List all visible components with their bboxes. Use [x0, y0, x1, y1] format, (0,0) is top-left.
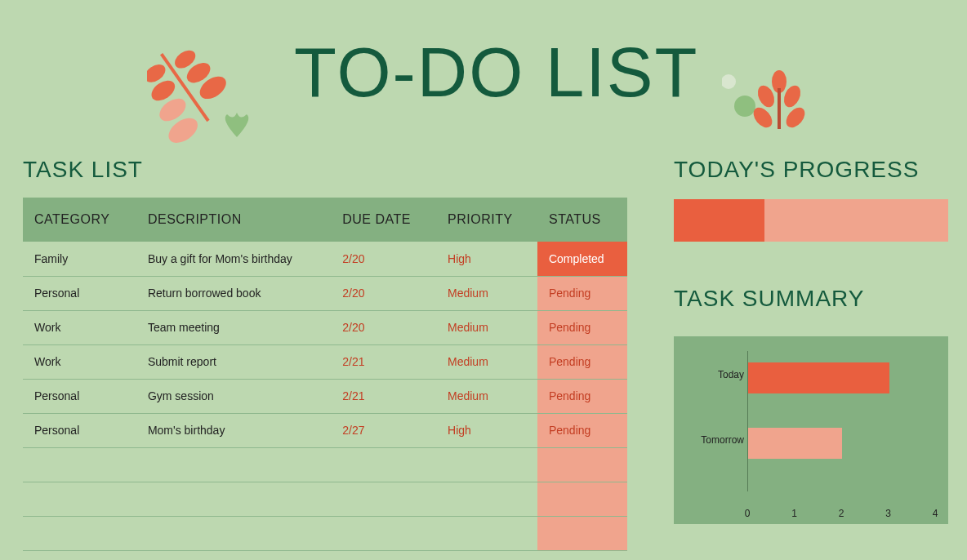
cell-status[interactable]: Completed	[537, 242, 627, 276]
cell-due-date[interactable]: 2/21	[331, 379, 436, 413]
cell-status[interactable]: Pending	[537, 310, 627, 344]
cell-priority[interactable]: High	[436, 242, 537, 276]
cell-description[interactable]: Buy a gift for Mom's birthday	[136, 242, 331, 276]
chart-bar	[748, 362, 889, 393]
cell-due-date[interactable]: 2/21	[331, 344, 436, 379]
table-row[interactable]: WorkSubmit report2/21MediumPending	[23, 344, 627, 379]
chart-bar-label: Tomorrow	[679, 434, 744, 446]
cell-description[interactable]: Gym session	[136, 379, 331, 413]
chart-tick: 2	[839, 508, 844, 519]
col-status[interactable]: STATUS	[537, 198, 627, 242]
fern-decoration-icon	[147, 23, 270, 149]
summary-section: TASK SUMMARY TodayTomorrow01234	[674, 286, 948, 524]
col-priority[interactable]: PRIORITY	[436, 198, 537, 242]
progress-section: TODAY'S PROGRESS	[674, 157, 948, 242]
task-list-section: TASK LIST CATEGORY DESCRIPTION DUE DATE …	[23, 157, 627, 551]
col-due-date[interactable]: DUE DATE	[331, 198, 436, 242]
cell-empty[interactable]	[537, 447, 627, 482]
svg-point-9	[734, 96, 755, 117]
cell-status[interactable]: Pending	[537, 276, 627, 310]
chart-bar-row: Today	[687, 353, 935, 410]
cell-empty[interactable]	[331, 482, 436, 516]
table-header-row: CATEGORY DESCRIPTION DUE DATE PRIORITY S…	[23, 198, 627, 242]
table-row[interactable]: PersonalMom's birthday2/27HighPending	[23, 413, 627, 447]
progress-fill	[674, 199, 764, 242]
cell-description[interactable]: Return borrowed book	[136, 276, 331, 310]
chart-tick: 4	[933, 508, 938, 519]
chart-tick: 0	[745, 508, 751, 519]
cell-priority[interactable]: Medium	[436, 379, 537, 413]
cell-priority[interactable]: High	[436, 413, 537, 447]
cell-due-date[interactable]: 2/20	[331, 276, 436, 310]
cell-category[interactable]: Work	[23, 310, 136, 344]
summary-heading: TASK SUMMARY	[674, 286, 948, 312]
cell-empty[interactable]	[23, 516, 136, 550]
cell-empty[interactable]	[136, 516, 331, 550]
task-list-heading: TASK LIST	[23, 157, 627, 183]
task-summary-chart: TodayTomorrow01234	[674, 336, 948, 524]
cell-category[interactable]: Work	[23, 344, 136, 379]
page-title: TO-DO LIST	[294, 33, 698, 113]
task-table: CATEGORY DESCRIPTION DUE DATE PRIORITY S…	[23, 198, 627, 551]
cell-description[interactable]: Team meeting	[136, 310, 331, 344]
cell-empty[interactable]	[331, 516, 436, 550]
cell-due-date[interactable]: 2/27	[331, 413, 436, 447]
chart-bar	[748, 428, 842, 459]
table-row[interactable]: FamilyBuy a gift for Mom's birthday2/20H…	[23, 242, 627, 276]
cell-priority[interactable]: Medium	[436, 310, 537, 344]
cell-empty[interactable]	[537, 482, 627, 516]
chart-bar-label: Today	[679, 369, 744, 380]
svg-point-14	[782, 104, 809, 131]
cell-empty[interactable]	[331, 447, 436, 482]
cell-status[interactable]: Pending	[537, 344, 627, 379]
cell-empty[interactable]	[436, 447, 537, 482]
table-row-empty[interactable]	[23, 516, 627, 550]
progress-heading: TODAY'S PROGRESS	[674, 157, 948, 183]
chart-bar-row: Tomorrow	[687, 418, 935, 475]
col-category[interactable]: CATEGORY	[23, 198, 136, 242]
progress-bar	[674, 199, 948, 242]
table-row-empty[interactable]	[23, 447, 627, 482]
cell-category[interactable]: Personal	[23, 276, 136, 310]
cell-status[interactable]: Pending	[537, 413, 627, 447]
table-row[interactable]: PersonalGym session2/21MediumPending	[23, 379, 627, 413]
col-description[interactable]: DESCRIPTION	[136, 198, 331, 242]
cell-empty[interactable]	[23, 482, 136, 516]
header: TO-DO LIST	[0, 0, 967, 147]
cell-empty[interactable]	[23, 447, 136, 482]
cell-category[interactable]: Personal	[23, 413, 136, 447]
chart-tick: 3	[885, 508, 891, 519]
coral-decoration-icon	[722, 57, 820, 142]
svg-point-8	[722, 74, 736, 89]
cell-priority[interactable]: Medium	[436, 276, 537, 310]
cell-empty[interactable]	[436, 516, 537, 550]
chart-tick: 1	[791, 508, 797, 519]
table-row[interactable]: PersonalReturn borrowed book2/20MediumPe…	[23, 276, 627, 310]
cell-category[interactable]: Personal	[23, 379, 136, 413]
table-row[interactable]: WorkTeam meeting2/20MediumPending	[23, 310, 627, 344]
cell-description[interactable]: Mom's birthday	[136, 413, 331, 447]
cell-empty[interactable]	[136, 482, 331, 516]
cell-description[interactable]: Submit report	[136, 344, 331, 379]
cell-due-date[interactable]: 2/20	[331, 242, 436, 276]
svg-rect-15	[778, 88, 781, 129]
cell-empty[interactable]	[537, 516, 627, 550]
cell-empty[interactable]	[436, 482, 537, 516]
cell-category[interactable]: Family	[23, 242, 136, 276]
cell-due-date[interactable]: 2/20	[331, 310, 436, 344]
cell-status[interactable]: Pending	[537, 379, 627, 413]
table-row-empty[interactable]	[23, 482, 627, 516]
cell-priority[interactable]: Medium	[436, 344, 537, 379]
cell-empty[interactable]	[136, 447, 331, 482]
